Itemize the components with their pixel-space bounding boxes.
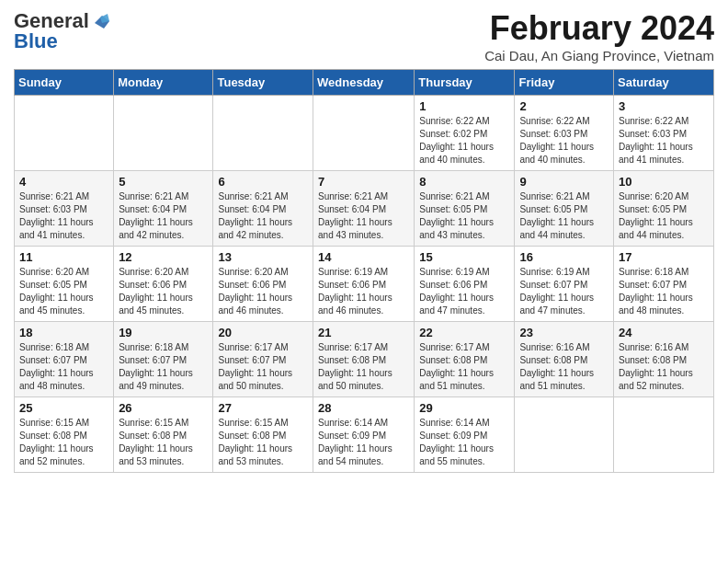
table-row bbox=[114, 96, 213, 171]
table-row: 6Sunrise: 6:21 AMSunset: 6:04 PMDaylight… bbox=[213, 171, 313, 247]
logo: General Blue bbox=[14, 9, 111, 53]
col-monday: Monday bbox=[114, 70, 213, 96]
day-number: 25 bbox=[19, 401, 108, 415]
table-row bbox=[614, 397, 714, 473]
col-friday: Friday bbox=[515, 70, 614, 96]
calendar-week-row: 4Sunrise: 6:21 AMSunset: 6:03 PMDaylight… bbox=[15, 171, 714, 247]
table-row: 20Sunrise: 6:17 AMSunset: 6:07 PMDayligh… bbox=[213, 322, 313, 397]
col-sunday: Sunday bbox=[15, 70, 114, 96]
day-number: 5 bbox=[119, 175, 208, 189]
table-row: 27Sunrise: 6:15 AMSunset: 6:08 PMDayligh… bbox=[213, 397, 313, 473]
day-number: 21 bbox=[318, 326, 409, 339]
table-row: 3Sunrise: 6:22 AMSunset: 6:03 PMDaylight… bbox=[614, 96, 714, 171]
table-row: 9Sunrise: 6:21 AMSunset: 6:05 PMDaylight… bbox=[515, 171, 614, 247]
day-info: Sunrise: 6:21 AMSunset: 6:03 PMDaylight:… bbox=[19, 190, 108, 242]
day-info: Sunrise: 6:14 AMSunset: 6:09 PMDaylight:… bbox=[318, 417, 409, 468]
table-row: 29Sunrise: 6:14 AMSunset: 6:09 PMDayligh… bbox=[415, 397, 515, 473]
day-info: Sunrise: 6:18 AMSunset: 6:07 PMDaylight:… bbox=[19, 341, 108, 393]
day-number: 10 bbox=[619, 175, 709, 189]
title-area: February 2024 Cai Dau, An Giang Province… bbox=[484, 9, 714, 63]
calendar-header-row: Sunday Monday Tuesday Wednesday Thursday… bbox=[15, 70, 714, 96]
day-number: 6 bbox=[218, 175, 308, 189]
day-info: Sunrise: 6:17 AMSunset: 6:07 PMDaylight:… bbox=[218, 341, 308, 393]
day-info: Sunrise: 6:21 AMSunset: 6:04 PMDaylight:… bbox=[318, 190, 409, 242]
day-number: 2 bbox=[519, 99, 609, 113]
day-number: 4 bbox=[19, 175, 108, 189]
table-row: 13Sunrise: 6:20 AMSunset: 6:06 PMDayligh… bbox=[213, 247, 313, 322]
day-number: 16 bbox=[519, 250, 609, 264]
day-info: Sunrise: 6:14 AMSunset: 6:09 PMDaylight:… bbox=[419, 417, 509, 468]
logo-blue: Blue bbox=[14, 29, 58, 53]
table-row: 24Sunrise: 6:16 AMSunset: 6:08 PMDayligh… bbox=[614, 322, 714, 397]
day-info: Sunrise: 6:22 AMSunset: 6:03 PMDaylight:… bbox=[619, 115, 709, 167]
table-row bbox=[15, 96, 114, 171]
table-row: 18Sunrise: 6:18 AMSunset: 6:07 PMDayligh… bbox=[15, 322, 114, 397]
table-row: 23Sunrise: 6:16 AMSunset: 6:08 PMDayligh… bbox=[515, 322, 614, 397]
day-number: 24 bbox=[619, 326, 709, 339]
table-row: 28Sunrise: 6:14 AMSunset: 6:09 PMDayligh… bbox=[313, 397, 415, 473]
table-row: 5Sunrise: 6:21 AMSunset: 6:04 PMDaylight… bbox=[114, 171, 213, 247]
day-number: 23 bbox=[519, 326, 609, 339]
table-row: 16Sunrise: 6:19 AMSunset: 6:07 PMDayligh… bbox=[515, 247, 614, 322]
calendar-table: Sunday Monday Tuesday Wednesday Thursday… bbox=[14, 69, 714, 473]
day-number: 13 bbox=[218, 250, 308, 264]
day-number: 8 bbox=[419, 175, 509, 189]
day-number: 22 bbox=[419, 326, 509, 339]
day-info: Sunrise: 6:19 AMSunset: 6:06 PMDaylight:… bbox=[318, 266, 409, 317]
day-info: Sunrise: 6:20 AMSunset: 6:05 PMDaylight:… bbox=[619, 190, 709, 242]
day-number: 17 bbox=[619, 250, 709, 264]
day-info: Sunrise: 6:19 AMSunset: 6:06 PMDaylight:… bbox=[419, 266, 509, 317]
table-row: 14Sunrise: 6:19 AMSunset: 6:06 PMDayligh… bbox=[313, 247, 415, 322]
table-row: 17Sunrise: 6:18 AMSunset: 6:07 PMDayligh… bbox=[614, 247, 714, 322]
col-wednesday: Wednesday bbox=[313, 70, 415, 96]
calendar-week-row: 18Sunrise: 6:18 AMSunset: 6:07 PMDayligh… bbox=[15, 322, 714, 397]
day-number: 3 bbox=[619, 99, 709, 113]
day-info: Sunrise: 6:22 AMSunset: 6:03 PMDaylight:… bbox=[519, 115, 609, 167]
page-header: General Blue February 2024 Cai Dau, An G… bbox=[14, 9, 714, 63]
col-thursday: Thursday bbox=[415, 70, 515, 96]
day-number: 1 bbox=[419, 99, 509, 113]
day-info: Sunrise: 6:15 AMSunset: 6:08 PMDaylight:… bbox=[218, 417, 308, 468]
day-number: 11 bbox=[19, 250, 108, 264]
page-title: February 2024 bbox=[484, 9, 714, 48]
table-row: 25Sunrise: 6:15 AMSunset: 6:08 PMDayligh… bbox=[15, 397, 114, 473]
table-row: 4Sunrise: 6:21 AMSunset: 6:03 PMDaylight… bbox=[15, 171, 114, 247]
table-row: 11Sunrise: 6:20 AMSunset: 6:05 PMDayligh… bbox=[15, 247, 114, 322]
col-saturday: Saturday bbox=[614, 70, 714, 96]
day-number: 28 bbox=[318, 401, 409, 415]
day-number: 12 bbox=[119, 250, 208, 264]
calendar-week-row: 1Sunrise: 6:22 AMSunset: 6:02 PMDaylight… bbox=[15, 96, 714, 171]
day-info: Sunrise: 6:21 AMSunset: 6:04 PMDaylight:… bbox=[218, 190, 308, 242]
table-row: 26Sunrise: 6:15 AMSunset: 6:08 PMDayligh… bbox=[114, 397, 213, 473]
day-number: 19 bbox=[119, 326, 208, 339]
table-row: 21Sunrise: 6:17 AMSunset: 6:08 PMDayligh… bbox=[313, 322, 415, 397]
table-row: 19Sunrise: 6:18 AMSunset: 6:07 PMDayligh… bbox=[114, 322, 213, 397]
table-row bbox=[515, 397, 614, 473]
day-info: Sunrise: 6:20 AMSunset: 6:05 PMDaylight:… bbox=[19, 266, 108, 317]
day-info: Sunrise: 6:17 AMSunset: 6:08 PMDaylight:… bbox=[318, 341, 409, 393]
day-info: Sunrise: 6:17 AMSunset: 6:08 PMDaylight:… bbox=[419, 341, 509, 393]
table-row: 10Sunrise: 6:20 AMSunset: 6:05 PMDayligh… bbox=[614, 171, 714, 247]
table-row: 22Sunrise: 6:17 AMSunset: 6:08 PMDayligh… bbox=[415, 322, 515, 397]
day-info: Sunrise: 6:18 AMSunset: 6:07 PMDaylight:… bbox=[619, 266, 709, 317]
day-number: 29 bbox=[419, 401, 509, 415]
day-info: Sunrise: 6:16 AMSunset: 6:08 PMDaylight:… bbox=[519, 341, 609, 393]
table-row: 8Sunrise: 6:21 AMSunset: 6:05 PMDaylight… bbox=[415, 171, 515, 247]
day-info: Sunrise: 6:21 AMSunset: 6:04 PMDaylight:… bbox=[119, 190, 208, 242]
day-info: Sunrise: 6:15 AMSunset: 6:08 PMDaylight:… bbox=[119, 417, 208, 468]
day-number: 7 bbox=[318, 175, 409, 189]
page-subtitle: Cai Dau, An Giang Province, Vietnam bbox=[484, 48, 714, 63]
day-info: Sunrise: 6:21 AMSunset: 6:05 PMDaylight:… bbox=[519, 190, 609, 242]
calendar-week-row: 11Sunrise: 6:20 AMSunset: 6:05 PMDayligh… bbox=[15, 247, 714, 322]
day-info: Sunrise: 6:18 AMSunset: 6:07 PMDaylight:… bbox=[119, 341, 208, 393]
table-row: 7Sunrise: 6:21 AMSunset: 6:04 PMDaylight… bbox=[313, 171, 415, 247]
col-tuesday: Tuesday bbox=[213, 70, 313, 96]
day-number: 27 bbox=[218, 401, 308, 415]
day-number: 14 bbox=[318, 250, 409, 264]
table-row: 2Sunrise: 6:22 AMSunset: 6:03 PMDaylight… bbox=[515, 96, 614, 171]
calendar-week-row: 25Sunrise: 6:15 AMSunset: 6:08 PMDayligh… bbox=[15, 397, 714, 473]
day-info: Sunrise: 6:22 AMSunset: 6:02 PMDaylight:… bbox=[419, 115, 509, 167]
table-row: 1Sunrise: 6:22 AMSunset: 6:02 PMDaylight… bbox=[415, 96, 515, 171]
day-number: 26 bbox=[119, 401, 208, 415]
day-info: Sunrise: 6:16 AMSunset: 6:08 PMDaylight:… bbox=[619, 341, 709, 393]
